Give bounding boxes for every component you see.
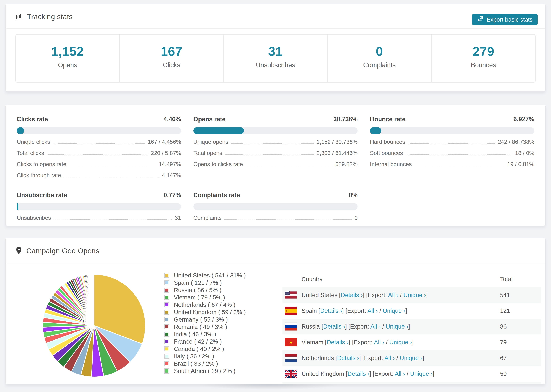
geo-legend: United States ( 541 / 31% )Spain ( 121 /… (164, 272, 246, 375)
dotted-leader (69, 166, 156, 166)
row-text: / (395, 355, 400, 361)
legend-swatch (164, 302, 170, 307)
rate-detail-row: Unsubscribes31 (17, 215, 181, 221)
rate-detail-row: Click through rate4.147% (17, 172, 181, 179)
legend-swatch (164, 368, 170, 373)
row-text: ] (408, 323, 410, 330)
details-link[interactable]: Details › (320, 307, 342, 314)
legend-item: Netherlands ( 67 / 4% ) (164, 301, 246, 308)
export-basic-stats-button[interactable]: Export basic stats (472, 14, 538, 25)
dotted-leader (414, 166, 504, 166)
legend-item: South Africa ( 29 / 2% ) (164, 367, 246, 375)
row-text: [ (325, 339, 327, 345)
rate-detail-value: 14.497% (159, 161, 181, 168)
rate-detail-rows: Unique clicks167 / 4.456%Total clicks220… (17, 139, 181, 179)
export-all-link[interactable]: All › (370, 323, 381, 330)
rate-detail-row: Hard bounces242 / 86.738% (370, 139, 534, 145)
rate-header: Complaints rate0% (193, 192, 358, 199)
tracking-stats-header: Tracking stats (6, 4, 545, 28)
card-tracking-stats: Tracking stats Export basic stats 1,152O… (6, 4, 545, 92)
export-icon (477, 15, 484, 23)
legend-item: Russia ( 86 / 5% ) (164, 286, 246, 294)
country-cell: Netherlands [Details ›] [Export: All › /… (302, 355, 500, 361)
export-all-link[interactable]: All › (388, 292, 398, 298)
export-all-link[interactable]: All › (374, 339, 384, 345)
export-all-link[interactable]: All › (395, 370, 405, 377)
row-text: ] (433, 370, 434, 377)
row-text: ] [Export: (369, 370, 395, 377)
country-cell: Spain [Details ›] [Export: All › / Uniqu… (302, 307, 500, 314)
rate-detail-value: 4.147% (162, 172, 181, 179)
column-header-total: Total (500, 276, 541, 283)
dotted-leader (231, 143, 314, 144)
details-link[interactable]: Details › (323, 323, 345, 330)
stat-label: Unsubscribes (224, 61, 327, 69)
rate-detail-label: Click through rate (17, 172, 61, 179)
export-unique-link[interactable]: Unique › (410, 370, 433, 377)
geo-table: Country Total United States [Details ›] … (282, 271, 541, 385)
table-row: Vietnam [Details ›] [Export: All › / Uni… (282, 334, 541, 350)
rate-value: 30.736% (333, 116, 358, 123)
legend-swatch (164, 309, 170, 315)
legend-label: Spain ( 121 / 7% ) (174, 279, 222, 286)
export-unique-link[interactable]: Unique › (400, 355, 422, 361)
details-link[interactable]: Details › (341, 292, 363, 298)
details-link[interactable]: Details › (347, 370, 369, 377)
rate-detail-row: Complaints0 (193, 215, 358, 221)
rate-header: Clicks rate4.46% (17, 116, 181, 123)
table-row: Germany [Details ›] [Export: All › / Uni… (282, 382, 541, 385)
rate-header: Bounce rate6.927% (370, 116, 534, 123)
table-body: United States [Details ›] [Export: All ›… (282, 287, 541, 385)
page: { "header": { "title": "Tracking stats",… (0, 0, 551, 392)
legend-swatch (164, 317, 170, 322)
dotted-leader (64, 177, 159, 177)
tracking-stats-title: Tracking stats (27, 13, 73, 21)
dotted-leader (408, 143, 495, 144)
rate-value: 4.46% (164, 116, 181, 123)
stat-cell: 279Bounces (431, 35, 535, 82)
rate-block: Opens rate30.736%Unique opens1,152 / 30.… (193, 116, 358, 179)
legend-label: United Kingdom ( 59 / 3% ) (174, 309, 246, 315)
legend-label: Romania ( 49 / 3% ) (174, 323, 227, 330)
legend-label: Russia ( 86 / 5% ) (174, 287, 221, 294)
rate-detail-rows: Complaints0 (193, 215, 358, 221)
legend-item: United States ( 541 / 31% ) (164, 272, 246, 279)
row-text: ] (422, 355, 424, 361)
bottom-shadow (170, 385, 368, 392)
rate-detail-value: 242 / 86.738% (498, 139, 534, 145)
export-unique-link[interactable]: Unique › (383, 307, 405, 314)
total-value: 79 (500, 339, 541, 346)
rate-detail-value: 0 (354, 215, 358, 221)
details-link[interactable]: Details › (327, 339, 349, 345)
rate-value: 6.927% (513, 116, 534, 123)
legend-label: Vietnam ( 79 / 5% ) (174, 294, 225, 301)
country-name: United States (302, 292, 339, 298)
rate-detail-label: Total opens (193, 150, 222, 156)
rate-progress-fill (17, 203, 19, 210)
rate-detail-label: Soft bounces (370, 150, 403, 156)
stat-cell: 167Clicks (120, 35, 224, 82)
rate-detail-value: 220 / 5.87% (151, 150, 181, 156)
rate-detail-label: Unique clicks (17, 139, 50, 145)
legend-item: Vietnam ( 79 / 5% ) (164, 294, 246, 301)
export-unique-link[interactable]: Unique › (386, 323, 408, 330)
pie-slice[interactable] (94, 274, 94, 326)
card-rates: Clicks rate4.46%Unique clicks167 / 4.456… (6, 105, 545, 226)
legend-item: India ( 46 / 3% ) (164, 330, 246, 338)
export-unique-link[interactable]: Unique › (403, 292, 426, 298)
details-link[interactable]: Details › (337, 355, 359, 361)
export-all-link[interactable]: All › (367, 307, 378, 314)
divider (6, 28, 545, 29)
export-unique-link[interactable]: Unique › (389, 339, 412, 345)
geo-content: United States ( 541 / 31% )Spain ( 121 /… (6, 263, 545, 385)
rate-detail-row: Unique opens1,152 / 30.736% (193, 139, 358, 145)
country-name: Vietnam (302, 339, 325, 345)
stat-label: Opens (16, 61, 120, 69)
flag-us-icon (285, 291, 297, 299)
export-all-link[interactable]: All › (384, 355, 395, 361)
rate-block: Complaints rate0%Complaints0 (193, 192, 358, 221)
rate-detail-row: Unique clicks167 / 4.456% (17, 139, 181, 145)
dotted-leader (53, 143, 145, 144)
dotted-leader (246, 166, 333, 166)
geo-pie-chart[interactable] (39, 271, 149, 380)
